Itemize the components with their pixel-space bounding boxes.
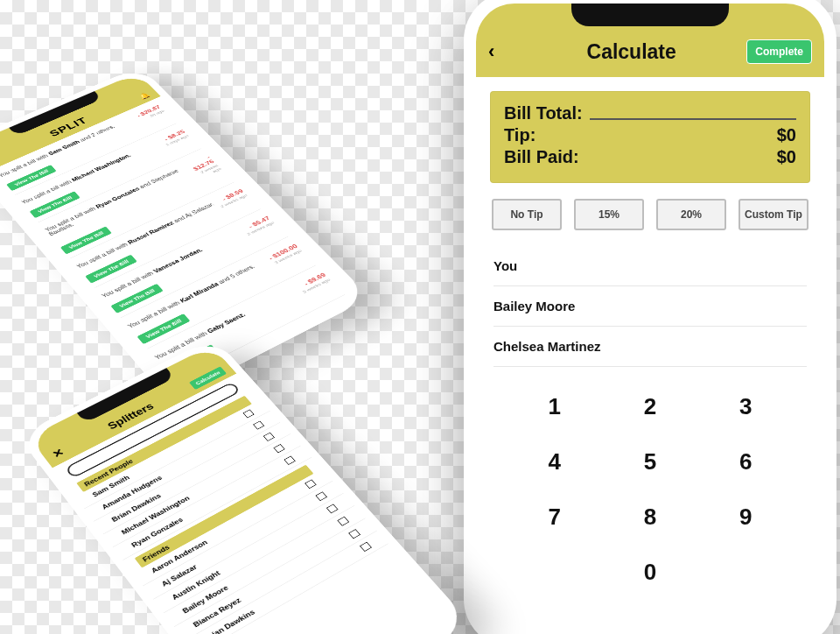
checkbox[interactable]: [337, 517, 349, 526]
checkbox[interactable]: [348, 529, 360, 539]
checkbox[interactable]: [360, 542, 372, 552]
history-meta: - $9.693 weeks ago: [296, 271, 331, 294]
checkbox[interactable]: [273, 444, 284, 453]
phone-bezel: 9:41 ≡ SPLIT 🔔 You split a bill with Sam…: [0, 73, 359, 391]
history-when: 3 weeks ago: [331, 307, 359, 325]
history-meta: - $5.893 weeks ago: [325, 301, 359, 324]
phone-splitters: ✕ Splitters Calculate Recent People Sam …: [18, 337, 472, 634]
checkbox[interactable]: [284, 456, 295, 465]
checkbox[interactable]: [263, 433, 275, 441]
checkbox[interactable]: [243, 409, 255, 418]
phone-bezel: ✕ Splitters Calculate Recent People Sam …: [29, 345, 458, 634]
history-meta: - $12.762 weeks ago: [184, 154, 222, 180]
history-amount: - $5.89: [325, 301, 356, 320]
checkbox[interactable]: [253, 421, 264, 430]
checkbox[interactable]: [326, 504, 339, 513]
history-meta: - $8.251 days ago: [160, 129, 190, 146]
checkbox[interactable]: [304, 479, 317, 489]
checkbox[interactable]: [315, 491, 327, 501]
history-meta: - $20.673h ago: [136, 104, 165, 122]
history-meta: - $5.472 weeks ago: [241, 215, 275, 236]
history-meta: - $9.592 weeks ago: [214, 188, 248, 208]
history-meta: - $100.003 weeks ago: [267, 243, 303, 265]
